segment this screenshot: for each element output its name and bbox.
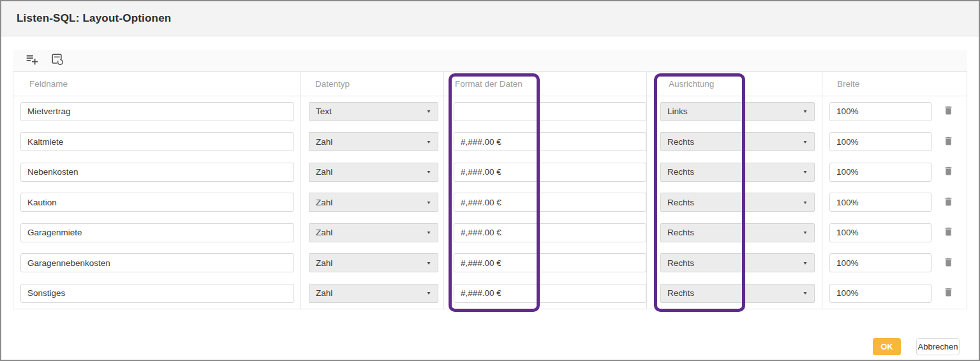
datentyp-select[interactable]: Zahl ▼ <box>309 193 438 212</box>
table-header-row: Feldname Datentyp Format der Daten Ausri… <box>13 72 967 96</box>
breite-input[interactable] <box>829 284 932 303</box>
delete-row-button[interactable] <box>941 104 955 119</box>
datentyp-select[interactable]: Zahl ▼ <box>309 223 438 242</box>
dialog-footer: OK Abbrechen <box>873 338 960 355</box>
dialog-title: Listen-SQL: Layout-Optionen <box>17 12 171 25</box>
dialog-window: Listen-SQL: Layout-Optionen <box>0 0 980 361</box>
dialog-titlebar: Listen-SQL: Layout-Optionen <box>1 1 979 36</box>
trash-icon <box>943 135 954 149</box>
table-row: Zahl ▼ Rechts ▼ <box>13 127 967 158</box>
breite-input[interactable] <box>829 223 932 242</box>
chevron-down-icon: ▼ <box>803 230 808 235</box>
reset-layout-button[interactable] <box>50 53 65 68</box>
delete-row-button[interactable] <box>941 255 955 270</box>
ausrichtung-select[interactable]: Rechts ▼ <box>660 132 815 151</box>
ausrichtung-select[interactable]: Rechts ▼ <box>660 253 815 272</box>
feldname-input[interactable] <box>20 284 294 303</box>
chevron-down-icon: ▼ <box>426 200 431 205</box>
feldname-input[interactable] <box>20 163 294 182</box>
cancel-button[interactable]: Abbrechen <box>916 338 960 355</box>
format-input[interactable] <box>454 163 646 182</box>
format-input[interactable] <box>454 102 646 121</box>
chevron-down-icon: ▼ <box>803 139 808 144</box>
datentyp-select[interactable]: Zahl ▼ <box>309 253 438 272</box>
breite-input[interactable] <box>829 132 932 151</box>
ausrichtung-select[interactable]: Links ▼ <box>660 102 815 121</box>
trash-icon <box>943 225 954 240</box>
feldname-input[interactable] <box>20 253 294 272</box>
table-row: Zahl ▼ Rechts ▼ <box>13 157 967 188</box>
chevron-down-icon: ▼ <box>803 170 808 175</box>
table-row: Zahl ▼ Rechts ▼ <box>13 217 967 248</box>
breite-input[interactable] <box>829 102 932 121</box>
chevron-down-icon: ▼ <box>803 291 808 296</box>
format-input[interactable] <box>454 253 646 272</box>
ausrichtung-select[interactable]: Rechts ▼ <box>660 223 815 242</box>
feldname-input[interactable] <box>20 193 294 212</box>
format-input[interactable] <box>454 132 646 151</box>
add-list-row-icon <box>25 52 39 69</box>
delete-row-button[interactable] <box>941 286 955 301</box>
ausrichtung-select[interactable]: Rechts ▼ <box>660 284 815 303</box>
chevron-down-icon: ▼ <box>426 230 431 235</box>
trash-icon <box>943 286 954 300</box>
table-row: Zahl ▼ Rechts ▼ <box>13 278 967 309</box>
layout-options-table: Feldname Datentyp Format der Daten Ausri… <box>13 71 967 309</box>
trash-icon <box>943 195 954 210</box>
feldname-input[interactable] <box>20 223 294 242</box>
chevron-down-icon: ▼ <box>803 260 808 265</box>
chevron-down-icon: ▼ <box>426 260 431 265</box>
datentyp-select[interactable]: Zahl ▼ <box>309 284 438 303</box>
datentyp-select[interactable]: Text ▼ <box>309 102 438 121</box>
chevron-down-icon: ▼ <box>803 109 808 114</box>
table-row: Zahl ▼ Rechts ▼ <box>13 188 967 218</box>
column-header-datentyp: Datentyp <box>301 72 444 96</box>
trash-icon <box>943 256 954 270</box>
format-input[interactable] <box>454 193 646 212</box>
column-header-feldname: Feldname <box>13 72 301 96</box>
reset-layout-icon <box>50 52 64 69</box>
feldname-input[interactable] <box>20 132 294 151</box>
column-header-breite: Breite <box>822 72 967 96</box>
format-input[interactable] <box>454 284 646 303</box>
toolbar <box>13 50 967 71</box>
chevron-down-icon: ▼ <box>426 109 431 114</box>
datentyp-select[interactable]: Zahl ▼ <box>309 163 438 182</box>
column-header-ausrichtung: Ausrichtung <box>647 72 822 96</box>
trash-icon <box>943 165 954 179</box>
delete-row-button[interactable] <box>941 134 955 149</box>
column-header-format: Format der Daten <box>444 72 647 96</box>
table-row: Zahl ▼ Rechts ▼ <box>13 248 967 279</box>
chevron-down-icon: ▼ <box>426 291 431 296</box>
delete-row-button[interactable] <box>941 165 955 180</box>
chevron-down-icon: ▼ <box>426 139 431 144</box>
chevron-down-icon: ▼ <box>803 200 808 205</box>
table-body: Text ▼ Links ▼ <box>13 96 967 309</box>
trash-icon <box>943 104 954 119</box>
ausrichtung-select[interactable]: Rechts ▼ <box>660 163 815 182</box>
format-input[interactable] <box>454 223 646 242</box>
feldname-input[interactable] <box>20 102 294 121</box>
add-list-row-button[interactable] <box>24 53 40 68</box>
ok-button[interactable]: OK <box>873 338 901 355</box>
chevron-down-icon: ▼ <box>426 170 431 175</box>
ausrichtung-select[interactable]: Rechts ▼ <box>660 193 815 212</box>
breite-input[interactable] <box>829 163 932 182</box>
breite-input[interactable] <box>829 193 932 212</box>
table-row: Text ▼ Links ▼ <box>13 96 967 127</box>
breite-input[interactable] <box>829 253 932 272</box>
datentyp-select[interactable]: Zahl ▼ <box>309 132 438 151</box>
delete-row-button[interactable] <box>941 195 955 210</box>
delete-row-button[interactable] <box>941 225 955 240</box>
